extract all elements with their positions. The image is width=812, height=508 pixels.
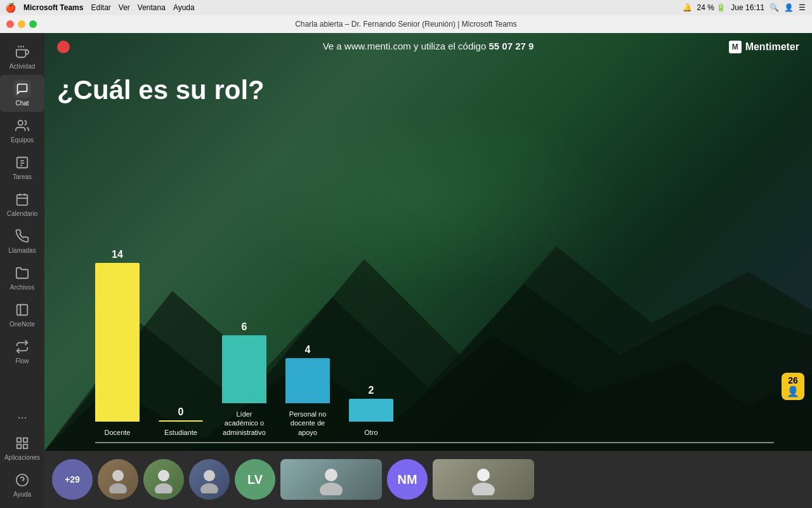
- participant-video-1[interactable]: [280, 459, 382, 500]
- minimize-button[interactable]: [18, 20, 25, 28]
- sidebar-item-chat[interactable]: Chat: [0, 75, 44, 112]
- bar-value: 2: [369, 385, 374, 396]
- sidebar-item-archivos[interactable]: Archivos: [0, 259, 44, 296]
- more-participants-button[interactable]: +29: [52, 459, 93, 500]
- presentation-area: Ve a www.menti.com y utiliza el código 5…: [44, 33, 812, 451]
- svg-point-23: [112, 470, 124, 481]
- svg-point-32: [472, 483, 495, 495]
- svg-rect-8: [17, 195, 28, 206]
- svg-point-30: [320, 483, 343, 495]
- mentimeter-logo: M Mentimeter: [729, 41, 799, 53]
- maximize-button[interactable]: [29, 20, 37, 28]
- flow-label: Flow: [15, 358, 29, 364]
- sidebar-item-llamadas[interactable]: Llamadas: [0, 222, 44, 259]
- slide-content: Ve a www.menti.com y utiliza el código 5…: [44, 33, 812, 451]
- traffic-lights[interactable]: [6, 20, 37, 28]
- chat-icon: [13, 80, 31, 98]
- chart-container: 14Docente0Estudiante6Líderacadémico oadm…: [57, 117, 799, 443]
- flow-icon: [13, 338, 31, 356]
- participant-2[interactable]: [143, 459, 184, 500]
- recording-indicator: [57, 41, 70, 53]
- aplicaciones-label: Aplicaciones: [4, 454, 40, 461]
- sidebar-item-flow[interactable]: Flow: [0, 333, 44, 370]
- svg-point-25: [158, 470, 169, 481]
- battery-status: 24 % 🔋: [697, 3, 726, 12]
- menubar-right: 🔔 24 % 🔋 Jue 16:11 🔍 👤 ☰: [683, 3, 806, 12]
- sidebar-item-aplicaciones[interactable]: Aplicaciones: [0, 429, 44, 466]
- menu-editar[interactable]: Editar: [91, 3, 110, 12]
- svg-rect-16: [23, 444, 27, 448]
- onenote-label: OneNote: [10, 321, 35, 328]
- apps-icon: [13, 434, 31, 452]
- menu-ayuda[interactable]: Ayuda: [173, 3, 195, 12]
- bar-label: Personal nodocente deapoyo: [289, 410, 327, 437]
- bar-group-otro: 2Otro: [349, 385, 393, 437]
- sidebar-item-calendario[interactable]: Calendario: [0, 185, 44, 222]
- datetime: Jue 16:11: [731, 3, 764, 12]
- notification-icon: 🔔: [683, 3, 692, 12]
- participant-video-2[interactable]: [433, 459, 534, 500]
- svg-point-3: [18, 121, 23, 125]
- onenote-icon: [13, 301, 31, 319]
- archivos-label: Archivos: [10, 284, 34, 291]
- files-icon: [13, 264, 31, 282]
- bar-rect: [95, 263, 140, 422]
- menu-ventana[interactable]: Ventana: [138, 3, 166, 12]
- svg-rect-12: [17, 305, 28, 316]
- bar-value: 6: [242, 321, 247, 333]
- svg-point-24: [109, 483, 127, 493]
- app-name: Microsoft Teams: [23, 3, 83, 12]
- teams-icon: [13, 117, 31, 135]
- close-button[interactable]: [6, 20, 14, 28]
- participant-nm[interactable]: NM: [387, 459, 428, 500]
- bar-rect: [285, 358, 330, 403]
- participant-lv[interactable]: LV: [235, 459, 275, 500]
- bar-rect: [349, 399, 393, 422]
- slide-question: ¿Cuál es su rol?: [57, 76, 799, 105]
- bar-group-docente: 14Docente: [95, 249, 140, 437]
- svg-rect-14: [17, 438, 21, 442]
- sidebar-item-equipos[interactable]: Equipos: [0, 112, 44, 149]
- apple-menu[interactable]: 🍎: [5, 3, 16, 13]
- bar-value: 14: [112, 249, 123, 260]
- sidebar-item-ayuda[interactable]: Ayuda: [0, 466, 44, 503]
- chat-label: Chat: [15, 100, 29, 107]
- user-icon[interactable]: 👤: [784, 3, 794, 12]
- bar-label: Otro: [364, 428, 377, 437]
- tareas-label: Tareas: [13, 173, 32, 180]
- bar-chart: 14Docente0Estudiante6Líderacadémico oadm…: [95, 253, 774, 443]
- search-icon[interactable]: 🔍: [769, 3, 779, 12]
- tasks-icon: [13, 154, 31, 171]
- sidebar-item-actividad[interactable]: Actividad: [0, 38, 44, 75]
- menu-ver[interactable]: Ver: [119, 3, 130, 12]
- window-titlebar: Charla abierta – Dr. Fernando Senior (Re…: [0, 15, 812, 33]
- slide-instruction: Ve a www.menti.com y utiliza el código 5…: [57, 41, 799, 51]
- actividad-label: Actividad: [10, 63, 36, 70]
- sidebar-item-onenote[interactable]: OneNote: [0, 296, 44, 333]
- bar-rect: [222, 335, 266, 403]
- app-body: Actividad Chat Equipos: [0, 33, 812, 508]
- menu-icon[interactable]: ☰: [799, 3, 806, 12]
- help-icon: [13, 471, 31, 489]
- llamadas-label: Llamadas: [8, 247, 36, 254]
- calendario-label: Calendario: [7, 210, 37, 217]
- calendar-icon: [13, 190, 31, 208]
- sidebar-item-tareas[interactable]: Tareas: [0, 149, 44, 185]
- svg-point-28: [200, 483, 218, 493]
- mentimeter-icon: M: [729, 41, 742, 53]
- more-apps-button[interactable]: ···: [12, 406, 32, 429]
- participants-bar: +29 LV NM: [44, 451, 812, 508]
- sidebar: Actividad Chat Equipos: [0, 33, 44, 508]
- svg-rect-15: [23, 438, 27, 442]
- bar-group-estudiante: 0Estudiante: [159, 406, 203, 437]
- calls-icon: [13, 227, 31, 245]
- participant-3[interactable]: [189, 459, 230, 500]
- svg-rect-17: [17, 444, 21, 448]
- bar-group-personalno: 4Personal nodocente deapoyo: [285, 344, 330, 437]
- window-title: Charla abierta – Dr. Fernando Senior (Re…: [295, 20, 517, 29]
- menubar: 🍎 Microsoft Teams Editar Ver Ventana Ayu…: [0, 0, 812, 15]
- bar-group-líder: 6Líderacadémico oadministrativo: [222, 321, 266, 437]
- participant-1[interactable]: [98, 459, 138, 500]
- activity-icon: [13, 43, 31, 61]
- bar-label: Docente: [105, 428, 131, 437]
